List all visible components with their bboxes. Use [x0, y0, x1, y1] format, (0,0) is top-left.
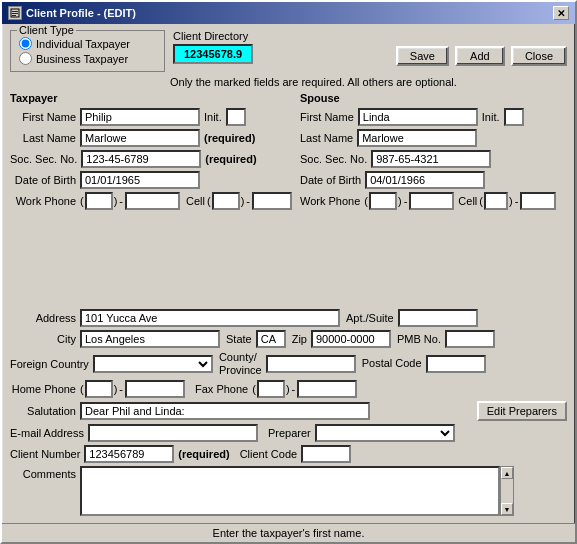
pmb-input[interactable] [445, 330, 495, 348]
home-area-input[interactable] [85, 380, 113, 398]
spouse-ssn-row: Soc. Sec. No. [300, 150, 567, 168]
spouse-first-name-input[interactable] [358, 108, 478, 126]
foreign-row: Foreign Country County/ Province Postal … [10, 351, 567, 377]
window-title: Client Profile - (EDIT) [26, 7, 136, 19]
taxpayer-ssn-label: Soc. Sec. No. [10, 153, 81, 165]
preparer-select[interactable] [315, 424, 455, 442]
taxpayer-dob-label: Date of Birth [10, 174, 80, 186]
taxpayer-cell-area-input[interactable] [212, 192, 240, 210]
taxpayer-dob-input[interactable] [80, 171, 200, 189]
spouse-cell-label: Cell [458, 195, 477, 207]
email-label: E-mail Address [10, 427, 88, 439]
email-preparer-row: E-mail Address Preparer [10, 424, 567, 442]
client-dir-label: Client Directory [173, 30, 248, 42]
spouse-cell-num-input[interactable] [520, 192, 556, 210]
salutation-label: Salutation [10, 405, 80, 417]
taxpayer-ssn-input[interactable] [81, 150, 201, 168]
business-taxpayer-radio[interactable] [19, 52, 32, 65]
taxpayer-work-area-input[interactable] [85, 192, 113, 210]
client-dir-value: 12345678.9 [173, 44, 253, 64]
spouse-ssn-label: Soc. Sec. No. [300, 153, 371, 165]
comments-scrollbar[interactable]: ▲ ▼ [500, 466, 514, 516]
city-state-row: City State Zip PMB No. [10, 330, 567, 348]
taxpayer-work-num-input[interactable] [125, 192, 180, 210]
taxpayer-last-name-row: Last Name (required) [10, 129, 292, 147]
required-notice-text: Only the marked fields are required. All… [170, 76, 457, 88]
close-button-top[interactable]: Close [511, 46, 567, 66]
taxpayer-init-input[interactable] [226, 108, 246, 126]
taxpayer-cell-group: ( ) - [207, 192, 292, 210]
spouse-first-name-label: First Name [300, 111, 358, 123]
fax-label: Fax Phone [195, 383, 248, 395]
spouse-last-name-input[interactable] [357, 129, 477, 147]
state-input[interactable] [256, 330, 286, 348]
spouse-dob-label: Date of Birth [300, 174, 365, 186]
window-icon [8, 6, 22, 20]
taxpayer-ssn-req: (required) [205, 153, 256, 165]
spouse-last-name-label: Last Name [300, 132, 357, 144]
client-dir-section: Client Directory 12345678.9 [173, 30, 253, 64]
client-num-row: Client Number (required) Client Code [10, 445, 567, 463]
foreign-select[interactable] [93, 355, 213, 373]
spouse-work-phone-row: Work Phone ( ) - Cell ( ) - [300, 192, 567, 210]
spouse-ssn-input[interactable] [371, 150, 491, 168]
salutation-input[interactable] [80, 402, 370, 420]
pmb-label: PMB No. [397, 333, 441, 345]
comments-textarea[interactable] [80, 466, 500, 516]
fax-num-input[interactable] [297, 380, 357, 398]
svg-rect-3 [12, 15, 16, 16]
close-button[interactable]: ✕ [553, 6, 569, 20]
state-label: State [226, 333, 252, 345]
address-row: Address Apt./Suite [10, 309, 567, 327]
postal-input[interactable] [426, 355, 486, 373]
individual-taxpayer-row: Individual Taxpayer [19, 37, 156, 50]
business-taxpayer-row: Business Taxpayer [19, 52, 156, 65]
address-label: Address [10, 312, 80, 324]
spouse-work-num-input[interactable] [409, 192, 454, 210]
taxpayer-first-name-input[interactable] [80, 108, 200, 126]
client-num-label: Client Number [10, 448, 84, 460]
spouse-init-input[interactable] [504, 108, 524, 126]
address-input[interactable] [80, 309, 340, 327]
business-taxpayer-label: Business Taxpayer [36, 53, 128, 65]
spouse-last-name-row: Last Name [300, 129, 567, 147]
home-phone-label: Home Phone [10, 383, 80, 395]
add-button[interactable]: Add [455, 46, 505, 66]
svg-rect-2 [12, 13, 18, 14]
client-type-legend: Client Type [17, 24, 76, 36]
individual-taxpayer-radio[interactable] [19, 37, 32, 50]
spouse-work-phone-group: ( ) - [364, 192, 454, 210]
fax-area-input[interactable] [257, 380, 285, 398]
comments-row: Comments ▲ ▼ [10, 466, 567, 516]
scroll-down-arrow[interactable]: ▼ [501, 503, 513, 515]
county-input[interactable] [266, 355, 356, 373]
spouse-dob-input[interactable] [365, 171, 485, 189]
client-num-input[interactable] [84, 445, 174, 463]
svg-rect-1 [12, 11, 18, 12]
spouse-first-name-row: First Name Init. [300, 108, 567, 126]
taxpayer-cell-label: Cell [186, 195, 205, 207]
required-notice: Only the marked fields are required. All… [170, 76, 567, 88]
spouse-work-area-input[interactable] [369, 192, 397, 210]
scroll-up-arrow[interactable]: ▲ [501, 467, 513, 479]
taxpayer-last-name-input[interactable] [80, 129, 200, 147]
spouse-title: Spouse [300, 92, 567, 104]
spouse-work-phone-label: Work Phone [300, 195, 364, 207]
home-phone-group: ( ) - [80, 380, 185, 398]
spouse-cell-group: ( ) - [479, 192, 556, 210]
taxpayer-dob-row: Date of Birth [10, 171, 292, 189]
address-section: Address Apt./Suite City State Zip PMB No… [10, 309, 567, 517]
taxpayer-work-phone-row: Work Phone ( ) - Cell ( ) - [10, 192, 292, 210]
zip-input[interactable] [311, 330, 391, 348]
edit-preparers-button[interactable]: Edit Preparers [477, 401, 567, 421]
apt-input[interactable] [398, 309, 478, 327]
save-button[interactable]: Save [396, 46, 449, 66]
fax-phone-group: ( ) - [252, 380, 357, 398]
postal-label: Postal Code [362, 357, 422, 370]
client-code-input[interactable] [301, 445, 351, 463]
home-num-input[interactable] [125, 380, 185, 398]
taxpayer-cell-num-input[interactable] [252, 192, 292, 210]
city-input[interactable] [80, 330, 220, 348]
email-input[interactable] [88, 424, 258, 442]
spouse-cell-area-input[interactable] [484, 192, 508, 210]
